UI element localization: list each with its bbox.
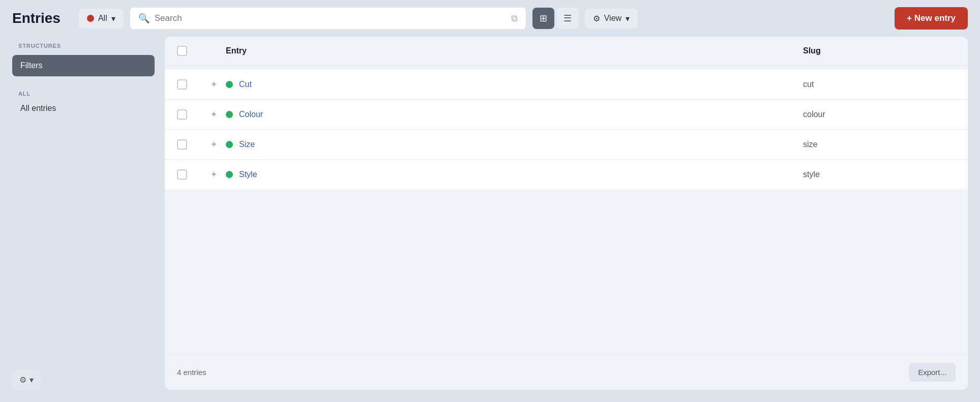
entry-link[interactable]: Style bbox=[239, 170, 257, 179]
entry-link[interactable]: Size bbox=[239, 140, 255, 149]
entry-cell: Cut bbox=[226, 80, 803, 89]
view-dropdown-button[interactable]: ⚙ View ▾ bbox=[585, 9, 638, 28]
drag-handle: ✦ bbox=[201, 169, 226, 180]
status-dot bbox=[226, 81, 233, 88]
sidebar: STRUCTURES Filters ALL All entries ⚙ ▾ bbox=[12, 37, 155, 390]
filter-dot bbox=[87, 15, 94, 22]
sidebar-section-all: ALL All entries bbox=[12, 89, 155, 119]
table-body: ✦ Cut cut ✦ Colour colour ✦ Size size bbox=[165, 66, 968, 354]
slug-cell: colour bbox=[803, 110, 956, 119]
search-icon: 🔍 bbox=[138, 13, 150, 24]
filter-label: All bbox=[98, 14, 107, 23]
slug-cell: size bbox=[803, 140, 956, 149]
select-all-checkbox[interactable] bbox=[177, 46, 187, 56]
entry-cell: Size bbox=[226, 140, 803, 149]
new-entry-button[interactable]: + New entry bbox=[895, 7, 968, 30]
slug-cell: style bbox=[803, 170, 956, 179]
status-dot bbox=[226, 171, 233, 178]
export-button[interactable]: Export... bbox=[909, 363, 956, 382]
entry-link[interactable]: Cut bbox=[239, 80, 252, 89]
table-row[interactable]: ✦ Colour colour bbox=[165, 100, 968, 130]
table-header: Entry Slug bbox=[165, 37, 968, 66]
view-toggle-group: ⊞ ☰ bbox=[532, 8, 579, 29]
search-bar: 🔍 ⧉ bbox=[130, 7, 526, 30]
slug-cell: cut bbox=[803, 80, 956, 89]
table-row[interactable]: ✦ Cut cut bbox=[165, 70, 968, 100]
search-input[interactable] bbox=[155, 13, 506, 23]
entry-cell: Colour bbox=[226, 110, 803, 119]
topbar: Entries All ▾ 🔍 ⧉ ⊞ ☰ ⚙ View ▾ + New ent… bbox=[0, 0, 980, 37]
sidebar-section-structures: STRUCTURES bbox=[12, 39, 155, 51]
drag-handle: ✦ bbox=[201, 139, 226, 150]
row-checkbox[interactable] bbox=[177, 79, 187, 90]
page-title: Entries bbox=[12, 10, 61, 26]
status-dot bbox=[226, 141, 233, 148]
content-table: Entry Slug ✦ Cut cut ✦ Colour colour ✦ bbox=[165, 37, 968, 390]
sliders-icon: ⚙ bbox=[593, 14, 600, 23]
status-dot bbox=[226, 111, 233, 118]
list-view-button[interactable]: ☰ bbox=[556, 8, 579, 29]
sidebar-all-label: ALL bbox=[12, 87, 37, 99]
main-area: STRUCTURES Filters ALL All entries ⚙ ▾ E… bbox=[0, 37, 980, 402]
filter-dropdown[interactable]: All ▾ bbox=[79, 9, 124, 28]
drag-handle: ✦ bbox=[201, 109, 226, 120]
col-entry-header: Entry bbox=[226, 46, 803, 55]
chevron-down-icon: ▾ bbox=[111, 14, 115, 23]
row-checkbox[interactable] bbox=[177, 139, 187, 150]
entry-cell: Style bbox=[226, 170, 803, 179]
table-row[interactable]: ✦ Style style bbox=[165, 160, 968, 189]
table-row[interactable]: ✦ Size size bbox=[165, 130, 968, 160]
sidebar-item-label: Filters bbox=[20, 61, 43, 70]
gear-icon: ⚙ bbox=[19, 375, 26, 385]
sidebar-gear: ⚙ ▾ bbox=[12, 360, 155, 390]
filter-icon[interactable]: ⧉ bbox=[511, 13, 518, 24]
gear-button[interactable]: ⚙ ▾ bbox=[12, 370, 41, 390]
chevron-down-icon: ▾ bbox=[29, 375, 34, 385]
sidebar-item-filters[interactable]: Filters bbox=[12, 55, 155, 76]
entries-count: 4 entries bbox=[177, 368, 206, 377]
row-checkbox[interactable] bbox=[177, 169, 187, 180]
view-label: View bbox=[604, 14, 621, 23]
grid-view-button[interactable]: ⊞ bbox=[532, 8, 554, 29]
row-checkbox[interactable] bbox=[177, 109, 187, 120]
sidebar-item-label: All entries bbox=[20, 104, 56, 113]
drag-handle: ✦ bbox=[201, 79, 226, 90]
entry-link[interactable]: Colour bbox=[239, 110, 263, 119]
chevron-down-icon: ▾ bbox=[626, 14, 630, 23]
col-slug-header: Slug bbox=[803, 46, 956, 55]
new-entry-label: + New entry bbox=[907, 13, 956, 23]
table-footer: 4 entries Export... bbox=[165, 354, 968, 390]
sidebar-item-all-entries[interactable]: All entries bbox=[12, 98, 155, 119]
